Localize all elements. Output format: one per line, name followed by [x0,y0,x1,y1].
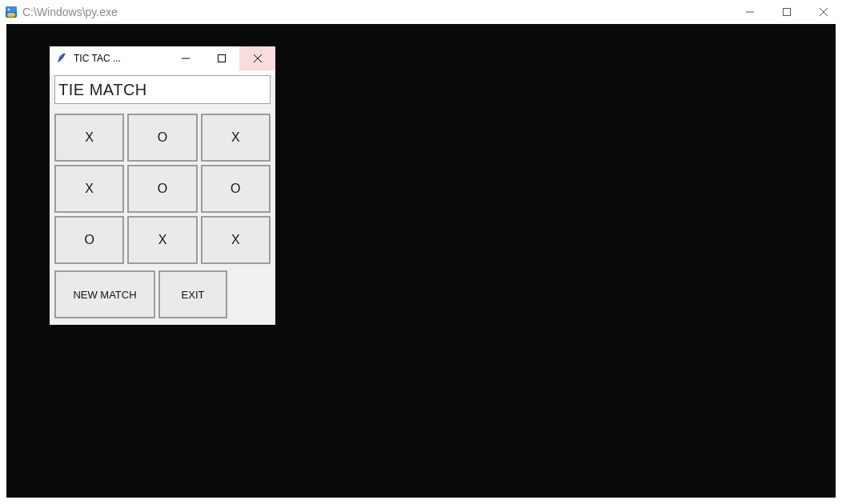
cell-0-1[interactable]: O [127,114,197,162]
svg-point-2 [8,9,10,10]
console-body: TIC TAC ... TIE MATCH [6,24,836,498]
new-match-button[interactable]: NEW MATCH [54,270,155,318]
close-button[interactable] [805,0,842,23]
tictactoe-title: TIC TAC ... [74,53,121,64]
feather-icon [56,52,69,65]
cell-1-2[interactable]: O [201,165,271,213]
cell-0-2[interactable]: X [201,114,271,162]
svg-rect-5 [784,8,791,15]
cell-0-0[interactable]: X [54,114,124,162]
cell-2-0[interactable]: O [54,216,124,264]
tk-minimize-button[interactable] [167,46,203,70]
game-grid-wrap: X O X X O O O X X [50,107,275,267]
tk-maximize-button[interactable] [203,46,239,70]
exit-button[interactable]: EXIT [158,270,227,318]
tictactoe-body: TIE MATCH X O X X O O O X X [50,75,275,325]
game-grid: X O X X O O O X X [53,112,272,266]
console-titlebar: C:\Windows\py.exe [0,0,842,24]
minimize-button[interactable] [732,0,768,23]
svg-rect-10 [218,55,225,62]
cell-1-0[interactable]: X [54,165,124,213]
tictactoe-titlebar: TIC TAC ... [50,46,275,70]
svg-rect-3 [7,13,15,17]
console-app-icon [5,6,18,18]
console-window-controls [732,0,842,24]
console-title: C:\Windows\py.exe [22,6,118,18]
tk-close-button[interactable] [239,46,275,70]
cell-2-2[interactable]: X [201,216,271,264]
tictactoe-window: TIC TAC ... TIE MATCH [50,46,275,325]
cell-2-1[interactable]: X [127,216,197,264]
svg-rect-1 [6,6,17,12]
status-display: TIE MATCH [54,75,271,104]
maximize-button[interactable] [768,0,805,23]
tictactoe-window-controls [167,46,275,70]
status-text: TIE MATCH [58,81,147,99]
cell-1-1[interactable]: O [127,165,197,213]
console-window: C:\Windows\py.exe TIC TAC . [0,0,842,504]
bottom-buttons: NEW MATCH EXIT [50,267,275,325]
